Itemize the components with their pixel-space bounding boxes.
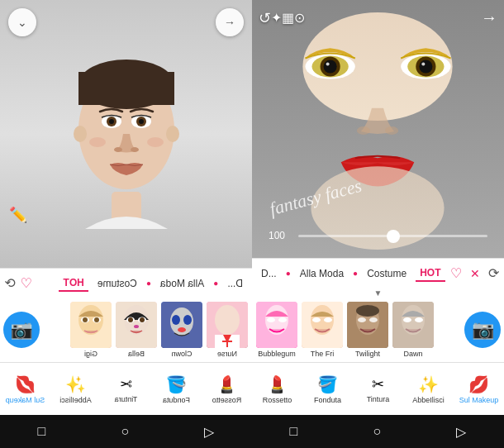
right-camera-icon: 📷	[472, 319, 494, 341]
right-thumbnails-row: Bubblegum The Fri	[252, 298, 504, 362]
svg-point-25	[178, 327, 186, 332]
right-cat-costume[interactable]: Costume	[363, 266, 411, 281]
home-button[interactable]: □	[26, 420, 59, 443]
right-system-nav: □ ○ ▷	[252, 415, 504, 448]
edit-icon[interactable]: ✏️	[7, 203, 30, 226]
glamour-face	[252, 0, 504, 258]
camera-button[interactable]: 📷	[3, 312, 40, 348]
left-bottom-toolbar: 💄 Rossetto 🪣 Fonduta ✂ Tintura ✨ AbbeIli…	[0, 362, 252, 415]
thumb-frih-label: The Fri	[311, 350, 335, 358]
right-home-button[interactable]: □	[278, 420, 311, 443]
tool-fonduta[interactable]: 🪣 Fonduta	[151, 374, 202, 404]
svg-point-61	[324, 317, 332, 322]
right-refresh-icon[interactable]: ⟳	[488, 265, 499, 281]
cat-alla-moda[interactable]: Alla Moda	[156, 276, 208, 291]
makeup-icon: 💋	[15, 374, 36, 394]
thumb-clown[interactable]: Clown	[160, 302, 203, 358]
thumb-gigi-label: Gigi	[84, 350, 97, 358]
grid-icon[interactable]: ▦	[282, 10, 294, 26]
tool-abbeilisci[interactable]: ✨ AbbeIlisci	[50, 374, 101, 404]
dot-separator2: ●	[146, 279, 151, 288]
right-top-nav: ↺ ✦ ▦ ⊙ →	[252, 8, 504, 27]
right-forward-icon[interactable]: →	[481, 8, 497, 27]
right-makeup-icon: 💋	[468, 374, 489, 394]
right-tool-sul-makeup[interactable]: 💋 Sul Makeup	[454, 374, 504, 404]
thumb-gigi[interactable]: Gigi	[69, 302, 112, 358]
right-back-button[interactable]: ○	[361, 420, 394, 443]
svg-point-31	[128, 317, 133, 322]
right-tool-tintura-label: Tintura	[367, 395, 390, 403]
thumb-twilight-label: Twilight	[355, 350, 380, 358]
svg-point-30	[140, 317, 145, 322]
svg-point-57	[278, 317, 287, 322]
svg-point-14	[89, 137, 106, 147]
svg-rect-64	[356, 305, 379, 317]
expand-indicator: ▼	[252, 288, 504, 298]
thumb-nurse[interactable]: Nurse	[206, 302, 249, 358]
cat-costume[interactable]: Costume	[93, 276, 141, 291]
svg-point-50	[421, 62, 425, 65]
forward-button[interactable]: →	[216, 8, 244, 36]
right-tool-fonduta-label: Fonduta	[314, 396, 341, 404]
right-cat-dance[interactable]: D...	[257, 266, 281, 281]
svg-point-4	[74, 126, 87, 142]
right-cat-hot[interactable]: HOT	[416, 265, 445, 282]
thumb-gigi-img	[70, 302, 112, 348]
back-button[interactable]: ⌄	[8, 8, 36, 36]
svg-point-23	[183, 315, 192, 325]
left-photo-area: ⌄ →	[0, 0, 252, 268]
thumb-twilight[interactable]: Twilight	[346, 302, 389, 358]
heart-icon[interactable]: ♡	[21, 275, 32, 291]
rotate-icon[interactable]: ↺	[259, 9, 271, 27]
slider-thumb[interactable]	[387, 230, 400, 243]
svg-point-32	[134, 325, 139, 328]
thumb-nurse-img	[207, 302, 248, 348]
left-category-bar: D... ● Alla Moda ● Costume HOT ♡ ⟳	[0, 268, 252, 298]
cat-hot[interactable]: HOT	[59, 275, 88, 292]
tool-rossetto[interactable]: 💄 Rossetto	[202, 374, 252, 404]
right-close-icon[interactable]: ✕	[470, 267, 480, 280]
adjust-icon[interactable]: ✦	[271, 10, 282, 26]
face-detect-icon[interactable]: ⊙	[294, 10, 305, 26]
right-tool-abbeilisci-label: AbbeIlisci	[412, 396, 445, 404]
opacity-slider[interactable]	[298, 235, 487, 237]
tool-tintura[interactable]: ✂ Tintura	[101, 375, 151, 403]
thumb-bella[interactable]: Bella	[115, 302, 158, 358]
right-tool-fonduta[interactable]: 🪣 Fonduta	[302, 374, 353, 404]
svg-point-37	[94, 317, 99, 322]
refresh-icon[interactable]: ⟳	[5, 275, 16, 291]
right-dot2: ●	[353, 269, 358, 278]
svg-point-70	[415, 317, 423, 322]
thumb-frih[interactable]: The Fri	[301, 302, 344, 358]
right-scissors-icon: ✂	[372, 375, 384, 393]
tool-rossetto-label: Rossetto	[212, 396, 242, 404]
tool-sul-makeup[interactable]: 💋 Sul Makeup	[0, 374, 50, 404]
right-cat-alla-moda[interactable]: Alla Moda	[296, 266, 348, 281]
thumb-twilight-img	[347, 302, 388, 348]
svg-point-56	[267, 317, 275, 322]
svg-point-24	[172, 315, 180, 325]
left-panel: ⌄ →	[0, 0, 252, 448]
thumb-dawn-label: Dawn	[403, 350, 422, 358]
slider-area: 100	[269, 230, 487, 241]
back-sys-button[interactable]: ○	[109, 420, 142, 443]
camera-icon: 📷	[11, 319, 33, 341]
right-tool-abbeilisci[interactable]: ✨ AbbeIlisci	[403, 374, 454, 404]
cat-dance[interactable]: D...	[223, 276, 247, 291]
svg-point-38	[83, 317, 88, 322]
right-camera-button[interactable]: 📷	[464, 312, 501, 348]
left-system-nav: □ ○ ▷	[0, 415, 252, 448]
svg-point-52	[385, 126, 398, 135]
right-tool-sul-makeup-label: Sul Makeup	[459, 396, 499, 404]
recents-button[interactable]: ▷	[192, 420, 226, 444]
right-tool-rossetto[interactable]: 💄 Rossetto	[252, 374, 302, 404]
right-heart-icon[interactable]: ♡	[450, 265, 462, 281]
right-recents-button[interactable]: ▷	[444, 420, 478, 444]
thumb-bubblegum-img	[256, 302, 297, 348]
left-thumbnails-row: Nurse Clown	[0, 298, 252, 362]
thumb-dawn-img	[392, 302, 434, 348]
thumb-dawn[interactable]: Dawn	[392, 302, 435, 358]
thumb-bubblegum[interactable]: Bubblegum	[255, 302, 298, 358]
right-dot1: ●	[286, 269, 291, 278]
right-tool-tintura[interactable]: ✂ Tintura	[353, 375, 403, 403]
